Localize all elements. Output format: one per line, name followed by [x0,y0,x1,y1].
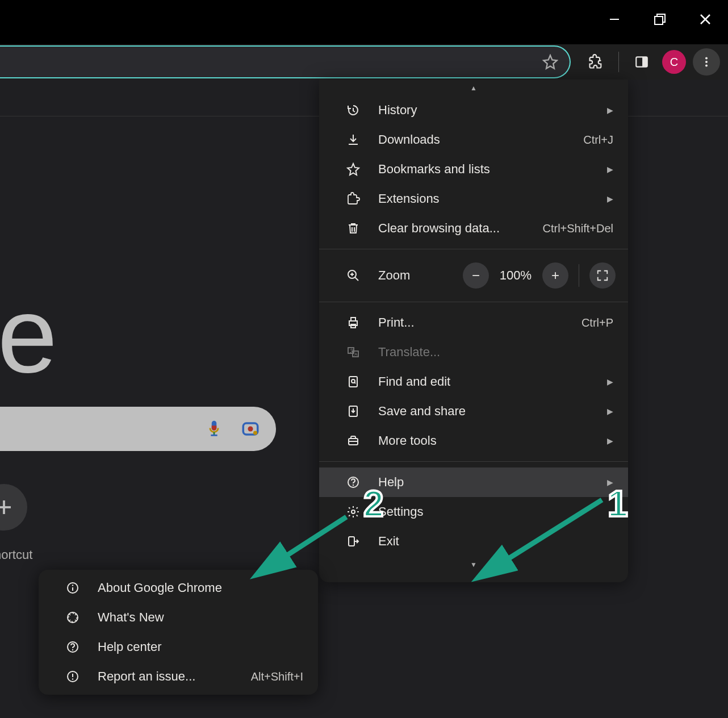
menu-item-exit[interactable]: Exit [319,527,628,556]
menu-item-label: Translate... [378,345,613,360]
menu-item-save-and-share[interactable]: Save and share▶ [319,396,628,426]
menu-item-history[interactable]: History▶ [319,95,628,125]
star-icon [345,162,361,176]
bookmark-star-icon[interactable] [542,54,558,70]
svg-point-41 [72,649,73,650]
menu-item-shortcut: Ctrl+P [581,316,613,329]
menu-item-extensions[interactable]: Extensions▶ [319,184,628,214]
zoom-out-button[interactable]: − [463,262,489,289]
exit-icon [345,535,361,548]
settings-icon [345,505,361,519]
history-icon [345,103,361,117]
menu-item-more-tools[interactable]: More tools▶ [319,426,628,456]
minimize-button[interactable] [592,0,637,39]
report-icon [65,670,81,683]
svg-point-44 [72,678,73,679]
menu-item-find-and-edit[interactable]: Find and edit▶ [319,367,628,396]
avatar-letter: C [670,56,678,69]
menu-separator [319,249,628,249]
trash-icon [345,222,361,235]
info-icon [65,581,81,595]
help-submenu: About Google ChromeWhat's NewHelp center… [39,570,318,695]
whatsnew-icon [65,611,81,624]
extensions-button[interactable] [582,48,609,76]
zoom-icon [345,269,361,282]
zoom-label: Zoom [378,268,463,283]
submenu-arrow-icon: ▶ [607,165,613,174]
svg-rect-20 [351,318,355,321]
voice-search-icon[interactable] [204,419,224,439]
menu-item-label: Bookmarks and lists [378,162,601,177]
google-logo: ogle [0,273,54,396]
svg-point-12 [253,431,257,435]
google-search-bar[interactable] [0,407,276,451]
zoom-in-button[interactable]: + [542,262,568,289]
svg-point-38 [72,585,73,586]
menu-item-label: Help [378,475,601,490]
menu-item-translate: 文ATranslate... [319,337,628,367]
close-button[interactable] [683,0,728,39]
menu-item-label: Downloads [378,132,583,147]
help-icon [345,475,361,489]
menu-item-shortcut: Ctrl+Shift+Del [543,222,614,235]
svg-rect-2 [655,16,663,24]
submenu-item-report-an-issue[interactable]: Report an issue...Alt+Shift+I [39,662,318,691]
scroll-down-icon[interactable]: ▼ [319,556,628,572]
menu-item-print[interactable]: Print...Ctrl+P [319,308,628,337]
maximize-button[interactable] [637,0,683,39]
submenu-arrow-icon: ▶ [607,377,613,386]
helpcenter-icon [65,640,81,654]
save-share-icon [345,404,361,418]
annotation-number-2: 2 [363,483,384,525]
browser-toolbar: C [0,44,728,80]
find-icon [345,375,361,389]
svg-point-33 [353,485,354,486]
menu-item-downloads[interactable]: DownloadsCtrl+J [319,125,628,155]
menu-zoom-row: Zoom − 100% + [319,255,628,296]
svg-point-9 [705,64,708,66]
menu-separator [319,461,628,462]
svg-text:A: A [354,352,358,357]
menu-separator [319,302,628,302]
sidepanel-button[interactable] [628,48,655,76]
annotation-number-1: 1 [608,483,628,525]
address-bar[interactable] [0,45,571,78]
submenu-item-help-center[interactable]: Help center [39,632,318,662]
add-shortcut-button[interactable] [0,484,27,531]
menu-item-label: Find and edit [378,374,601,389]
profile-avatar[interactable]: C [662,50,686,74]
zoom-value: 100% [493,268,538,283]
svg-point-8 [705,61,708,63]
tools-icon [345,434,361,448]
scroll-up-icon[interactable]: ▲ [319,80,628,95]
svg-point-34 [352,510,355,514]
svg-line-28 [354,382,355,383]
svg-rect-35 [349,537,354,546]
submenu-item-about-google-chrome[interactable]: About Google Chrome [39,573,318,603]
submenu-arrow-icon: ▶ [607,106,613,115]
toolbar-separator [618,52,619,72]
submenu-item-what-s-new[interactable]: What's New [39,603,318,632]
shortcut-label: hortcut [0,548,32,562]
svg-point-11 [248,426,253,431]
menu-item-shortcut: Ctrl+J [583,133,613,147]
fullscreen-button[interactable] [589,262,616,289]
more-button[interactable] [693,48,720,76]
menu-item-clear-browsing-data[interactable]: Clear browsing data...Ctrl+Shift+Del [319,214,628,243]
menu-item-label: Clear browsing data... [378,221,543,236]
print-icon [345,316,361,329]
submenu-arrow-icon: ▶ [607,407,613,416]
download-icon [345,133,361,147]
lens-search-icon[interactable] [241,419,260,439]
svg-point-39 [68,612,78,623]
svg-text:文: 文 [350,348,354,353]
menu-item-label: More tools [378,433,601,448]
submenu-arrow-icon: ▶ [607,436,613,445]
menu-item-label: Exit [378,534,613,549]
svg-rect-26 [349,377,357,387]
zoom-separator [579,264,579,287]
menu-item-bookmarks-and-lists[interactable]: Bookmarks and lists▶ [319,155,628,184]
menu-item-label: Extensions [378,191,601,206]
menu-item-label: Save and share [378,404,601,419]
submenu-arrow-icon: ▶ [607,194,613,203]
